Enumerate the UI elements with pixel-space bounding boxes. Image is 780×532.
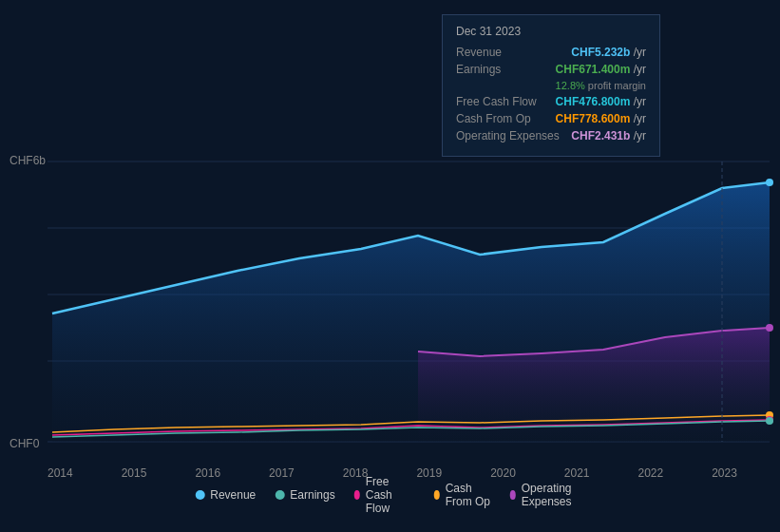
y-label-bottom: CHF0: [10, 437, 39, 450]
x-label-2022: 2022: [638, 466, 664, 480]
legend-revenue-dot: [195, 490, 204, 500]
chart-svg: [0, 0, 780, 532]
tooltip-cashfromop-label: Cash From Op: [456, 112, 531, 125]
legend-earnings-dot: [275, 490, 284, 500]
tooltip-box: Dec 31 2023 Revenue CHF5.232b /yr Earnin…: [442, 14, 660, 157]
tooltip-earnings-value: CHF671.400m /yr: [556, 63, 646, 76]
legend-fcf-label: Free Cash Flow: [366, 475, 415, 515]
legend-cashfromop-dot: [434, 490, 440, 500]
tooltip-date: Dec 31 2023: [456, 25, 646, 38]
tooltip-cashfromop-value: CHF778.600m /yr: [556, 112, 646, 125]
legend: Revenue Earnings Free Cash Flow Cash Fro…: [195, 475, 585, 515]
tooltip-revenue-row: Revenue CHF5.232b /yr: [456, 46, 646, 59]
legend-cashfromop-label: Cash From Op: [446, 482, 491, 508]
tooltip-revenue-label: Revenue: [456, 46, 502, 59]
y-label-top: CHF6b: [10, 154, 46, 167]
tooltip-fcf-value: CHF476.800m /yr: [556, 95, 646, 108]
tooltip-opexp-value: CHF2.431b /yr: [571, 129, 646, 142]
legend-opexp-label: Operating Expenses: [522, 482, 585, 508]
legend-opexp[interactable]: Operating Expenses: [510, 482, 585, 508]
tooltip-cashfromop-row: Cash From Op CHF778.600m /yr: [456, 112, 646, 125]
profit-margin-text: 12.8% profit margin: [556, 80, 646, 91]
x-label-2023: 2023: [712, 466, 737, 480]
x-label-2015: 2015: [122, 466, 147, 480]
legend-fcf[interactable]: Free Cash Flow: [354, 475, 415, 515]
tooltip-earnings-row: Earnings CHF671.400m /yr: [456, 63, 646, 76]
legend-earnings[interactable]: Earnings: [275, 488, 334, 502]
tooltip-fcf-label: Free Cash Flow: [456, 95, 537, 108]
tooltip-revenue-value: CHF5.232b /yr: [571, 46, 646, 59]
tooltip-opexp-label: Operating Expenses: [456, 129, 560, 142]
legend-fcf-dot: [354, 490, 360, 500]
svg-point-6: [766, 179, 773, 186]
tooltip-opexp-row: Operating Expenses CHF2.431b /yr: [456, 129, 646, 142]
legend-revenue[interactable]: Revenue: [195, 488, 256, 502]
legend-revenue-label: Revenue: [210, 488, 256, 502]
legend-earnings-label: Earnings: [290, 488, 334, 502]
chart-container: CHF6b CHF0 Dec 31 2023 Revenue CHF5.232b…: [0, 0, 780, 532]
tooltip-fcf-row: Free Cash Flow CHF476.800m /yr: [456, 95, 646, 108]
svg-point-7: [766, 324, 773, 332]
x-label-2014: 2014: [48, 466, 73, 480]
tooltip-profit-margin-row: 12.8% profit margin: [456, 80, 646, 91]
legend-opexp-dot: [510, 490, 516, 500]
svg-point-10: [766, 417, 773, 425]
legend-cashfromop[interactable]: Cash From Op: [434, 482, 491, 508]
tooltip-earnings-label: Earnings: [456, 63, 501, 76]
